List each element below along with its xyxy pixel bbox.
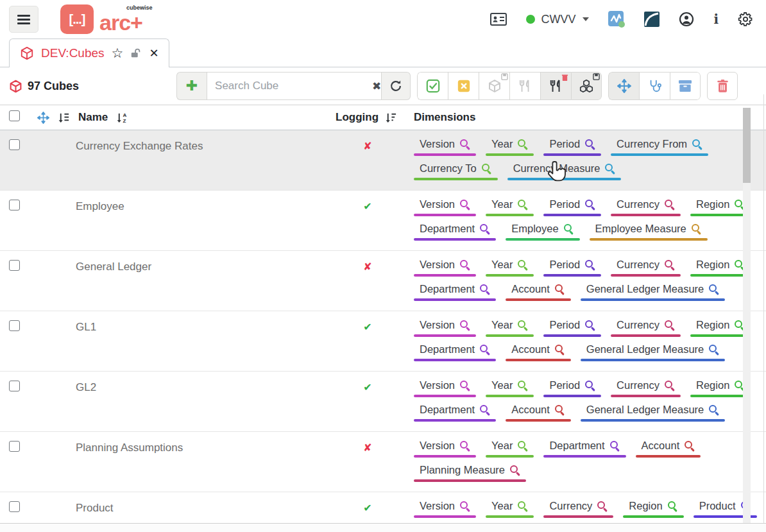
address-card-icon[interactable] bbox=[490, 13, 507, 26]
cube-name[interactable]: Employee bbox=[28, 198, 336, 250]
dimension-chip[interactable]: Version bbox=[414, 499, 476, 518]
refresh-button[interactable] bbox=[382, 72, 411, 100]
cube-name[interactable]: GL2 bbox=[28, 379, 336, 431]
dimension-chip[interactable]: Period bbox=[543, 137, 601, 156]
dimension-chip[interactable]: Year bbox=[486, 258, 534, 277]
search-magnifier-icon[interactable] bbox=[554, 284, 565, 295]
search-magnifier-icon[interactable] bbox=[664, 199, 675, 210]
search-magnifier-icon[interactable] bbox=[459, 501, 470, 511]
search-magnifier-icon[interactable] bbox=[691, 223, 702, 234]
search-magnifier-icon[interactable] bbox=[708, 404, 719, 415]
sort-list-icon[interactable] bbox=[58, 112, 70, 124]
dimension-chip[interactable]: General Ledger Measure bbox=[581, 343, 725, 361]
search-magnifier-icon[interactable] bbox=[597, 501, 608, 511]
search-magnifier-icon[interactable] bbox=[517, 320, 528, 330]
rules-button[interactable] bbox=[509, 72, 540, 100]
select-all-checkbox[interactable] bbox=[9, 110, 20, 121]
dimension-chip[interactable]: Version bbox=[414, 258, 476, 277]
dimension-chip[interactable]: Version bbox=[414, 318, 476, 337]
search-magnifier-icon[interactable] bbox=[517, 199, 528, 210]
dimension-chip[interactable]: Period bbox=[543, 198, 601, 216]
search-magnifier-icon[interactable] bbox=[708, 284, 719, 295]
search-magnifier-icon[interactable] bbox=[479, 344, 490, 355]
archive-button[interactable] bbox=[670, 72, 701, 100]
dimension-chip[interactable]: Period bbox=[543, 379, 601, 397]
search-magnifier-icon[interactable] bbox=[584, 320, 595, 330]
scrollbar-thumb[interactable] bbox=[743, 108, 751, 183]
dimension-chip[interactable]: Period bbox=[543, 258, 601, 277]
dimension-chip[interactable]: Currency bbox=[543, 499, 613, 518]
dimension-chip[interactable]: Year bbox=[486, 499, 534, 518]
dimension-chip[interactable]: Currency From bbox=[611, 137, 708, 156]
search-magnifier-icon[interactable] bbox=[459, 259, 470, 270]
search-magnifier-icon[interactable] bbox=[584, 380, 595, 391]
menu-button[interactable] bbox=[9, 6, 38, 33]
search-magnifier-icon[interactable] bbox=[554, 344, 565, 355]
dimension-chip[interactable]: Version bbox=[414, 439, 476, 458]
dimension-chip[interactable]: Currency bbox=[611, 258, 681, 277]
dimension-chip[interactable]: Region bbox=[690, 198, 751, 216]
dimension-chip[interactable]: Region bbox=[690, 318, 751, 337]
row-checkbox[interactable] bbox=[9, 501, 20, 512]
arrows-move-icon[interactable] bbox=[37, 112, 49, 124]
search-magnifier-icon[interactable] bbox=[481, 163, 492, 174]
search-magnifier-icon[interactable] bbox=[664, 259, 675, 270]
search-magnifier-icon[interactable] bbox=[459, 139, 470, 150]
dimension-chip[interactable]: Employee Measure bbox=[590, 222, 708, 241]
connection-selector[interactable]: CWVV bbox=[526, 13, 589, 26]
dimension-chip[interactable]: Currency bbox=[611, 318, 681, 337]
search-magnifier-icon[interactable] bbox=[604, 163, 615, 174]
search-magnifier-icon[interactable] bbox=[517, 139, 528, 150]
search-input[interactable] bbox=[207, 80, 364, 92]
search-magnifier-icon[interactable] bbox=[517, 501, 528, 511]
pulse-app-icon[interactable] bbox=[608, 11, 625, 28]
dimension-chip[interactable]: Version bbox=[414, 379, 476, 397]
table-row[interactable]: Employee ✔ VersionYearPeriodCurrencyRegi… bbox=[0, 191, 766, 251]
search-magnifier-icon[interactable] bbox=[664, 380, 675, 391]
search-magnifier-icon[interactable] bbox=[459, 380, 470, 391]
dimension-chip[interactable]: Department bbox=[414, 343, 496, 361]
dimension-chip[interactable]: General Ledger Measure bbox=[581, 403, 725, 422]
delete-rules-button[interactable] bbox=[540, 72, 571, 100]
dimension-chip[interactable]: Region bbox=[690, 379, 751, 397]
cube-name[interactable]: GL1 bbox=[28, 318, 336, 371]
dimension-chip[interactable]: Currency Measure bbox=[507, 162, 622, 180]
vertical-scrollbar[interactable] bbox=[743, 108, 751, 523]
dimension-chip[interactable]: General Ledger Measure bbox=[581, 282, 725, 301]
user-icon[interactable] bbox=[679, 12, 694, 27]
search-magnifier-icon[interactable] bbox=[584, 139, 595, 150]
dimension-chip[interactable]: Region bbox=[623, 499, 683, 518]
dimension-chip[interactable]: Currency To bbox=[414, 162, 498, 180]
diagnostic-button[interactable] bbox=[639, 72, 670, 100]
dimension-chip[interactable]: Version bbox=[414, 198, 476, 216]
search-magnifier-icon[interactable] bbox=[479, 404, 490, 415]
dimension-chip[interactable]: Period bbox=[543, 318, 601, 337]
search-magnifier-icon[interactable] bbox=[459, 440, 470, 451]
search-magnifier-icon[interactable] bbox=[509, 465, 520, 476]
save-cube-button[interactable] bbox=[479, 72, 509, 100]
search-magnifier-icon[interactable] bbox=[554, 404, 565, 415]
row-checkbox[interactable] bbox=[9, 441, 20, 452]
search-magnifier-icon[interactable] bbox=[479, 223, 490, 234]
search-magnifier-icon[interactable] bbox=[517, 259, 528, 270]
deselect-all-button[interactable] bbox=[448, 72, 479, 100]
row-checkbox[interactable] bbox=[9, 260, 20, 271]
search-magnifier-icon[interactable] bbox=[609, 440, 620, 451]
dimension-chip[interactable]: Year bbox=[486, 198, 534, 216]
cube-name[interactable]: Planning Assumptions bbox=[28, 439, 336, 492]
dimension-chip[interactable]: Year bbox=[486, 439, 534, 458]
table-row[interactable]: General Ledger ✘ VersionYearPeriodCurren… bbox=[0, 251, 766, 311]
search-magnifier-icon[interactable] bbox=[584, 199, 595, 210]
add-cube-button[interactable]: ✚ bbox=[176, 72, 207, 100]
unlock-icon[interactable] bbox=[130, 47, 142, 59]
search-magnifier-icon[interactable] bbox=[664, 320, 675, 330]
cube-name[interactable]: Currency Exchange Rates bbox=[28, 137, 336, 190]
info-icon[interactable]: i bbox=[713, 12, 719, 27]
dimension-chip[interactable]: Year bbox=[486, 379, 534, 397]
row-checkbox[interactable] bbox=[9, 139, 20, 150]
search-magnifier-icon[interactable] bbox=[459, 320, 470, 330]
table-row[interactable]: Planning Assumptions ✘ VersionYearDepart… bbox=[0, 432, 766, 492]
tab-dev-cubes[interactable]: DEV:Cubes ☆ ✕ bbox=[9, 39, 169, 67]
table-row[interactable]: GL2 ✔ VersionYearPeriodCurrencyRegionDep… bbox=[0, 372, 766, 432]
dimension-chip[interactable]: Account bbox=[506, 343, 571, 361]
